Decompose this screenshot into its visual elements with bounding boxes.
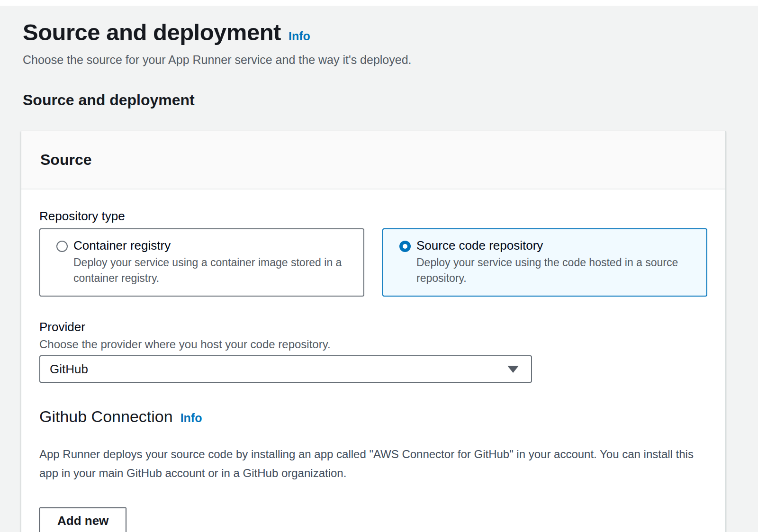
tile-description: Deploy your service using the code hoste… [416, 255, 700, 286]
provider-description: Choose the provider where you host your … [39, 337, 707, 352]
source-card-title: Source [40, 151, 706, 169]
main-content: Source and deployment Info Choose the so… [0, 19, 758, 532]
tile-label: Source code repository [416, 239, 700, 252]
provider-select-value: GitHub [50, 362, 88, 377]
tile-text: Source code repository Deploy your servi… [416, 239, 700, 286]
source-card: Source Repository type Container registr… [21, 131, 726, 532]
github-connection-heading: Github Connection [39, 407, 173, 426]
page-title-info-link[interactable]: Info [289, 29, 310, 43]
provider-field: Provider Choose the provider where you h… [39, 319, 707, 383]
top-divider [0, 0, 758, 6]
add-new-button[interactable]: Add new [39, 507, 126, 532]
provider-label: Provider [39, 319, 707, 334]
github-connection-info-link[interactable]: Info [180, 411, 202, 425]
tile-source-code-repository[interactable]: Source code repository Deploy your servi… [382, 228, 707, 297]
provider-select[interactable]: GitHub [39, 355, 532, 383]
tile-container-registry[interactable]: Container registry Deploy your service u… [39, 228, 364, 297]
source-card-body: Repository type Container registry Deplo… [21, 189, 725, 532]
repository-type-label: Repository type [39, 208, 707, 224]
chevron-down-icon [507, 366, 519, 373]
github-connection-description: App Runner deploys your source code by i… [39, 445, 706, 483]
github-connection-section: Github Connection Info App Runner deploy… [39, 407, 707, 532]
page-title: Source and deployment [23, 19, 281, 45]
page-header: Source and deployment Info Choose the so… [23, 19, 735, 67]
radio-unselected-icon[interactable] [56, 241, 68, 252]
section-heading: Source and deployment [23, 91, 735, 109]
repository-type-tiles: Container registry Deploy your service u… [39, 228, 707, 297]
page-subtitle: Choose the source for your App Runner se… [23, 53, 735, 67]
source-card-header: Source [21, 131, 725, 189]
tile-label: Container registry [73, 239, 357, 252]
tile-description: Deploy your service using a container im… [73, 255, 357, 286]
tile-text: Container registry Deploy your service u… [73, 239, 357, 286]
radio-selected-icon[interactable] [399, 241, 411, 252]
